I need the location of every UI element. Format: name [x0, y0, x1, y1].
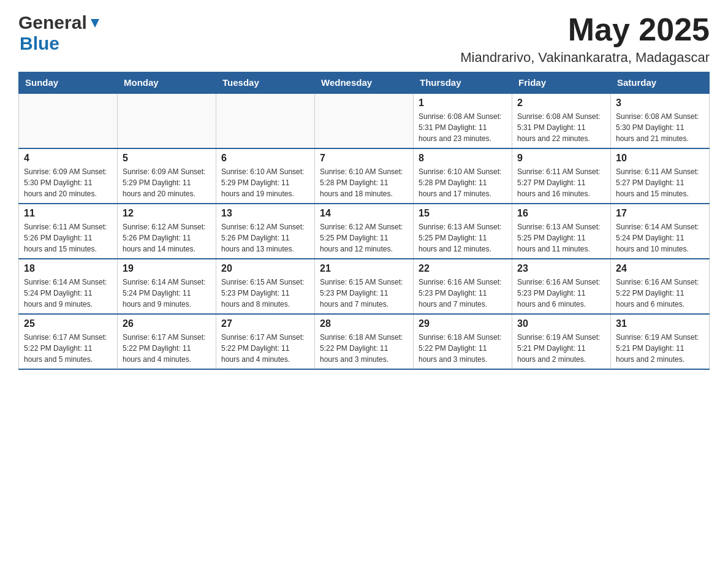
calendar-cell: 28Sunrise: 6:18 AM Sunset: 5:22 PM Dayli… [315, 314, 414, 369]
day-info: Sunrise: 6:10 AM Sunset: 5:28 PM Dayligh… [320, 166, 408, 199]
day-info: Sunrise: 6:13 AM Sunset: 5:25 PM Dayligh… [517, 221, 605, 255]
day-info: Sunrise: 6:16 AM Sunset: 5:22 PM Dayligh… [616, 277, 704, 310]
day-info: Sunrise: 6:14 AM Sunset: 5:24 PM Dayligh… [616, 221, 704, 255]
month-title: May 2025 [460, 12, 710, 47]
calendar-cell: 8Sunrise: 6:10 AM Sunset: 5:28 PM Daylig… [414, 148, 512, 204]
day-info: Sunrise: 6:14 AM Sunset: 5:24 PM Dayligh… [123, 277, 211, 310]
day-info: Sunrise: 6:19 AM Sunset: 5:21 PM Dayligh… [517, 332, 605, 365]
calendar-cell [216, 93, 315, 148]
calendar-cell: 11Sunrise: 6:11 AM Sunset: 5:26 PM Dayli… [19, 204, 118, 259]
day-number: 4 [24, 153, 112, 164]
calendar-cell: 21Sunrise: 6:15 AM Sunset: 5:23 PM Dayli… [315, 259, 414, 314]
day-info: Sunrise: 6:10 AM Sunset: 5:29 PM Dayligh… [221, 166, 309, 199]
calendar-cell: 13Sunrise: 6:12 AM Sunset: 5:26 PM Dayli… [216, 204, 315, 259]
calendar-cell: 27Sunrise: 6:17 AM Sunset: 5:22 PM Dayli… [216, 314, 315, 369]
col-header-tuesday: Tuesday [216, 72, 315, 94]
day-number: 12 [123, 208, 211, 219]
logo-general-text: General [18, 12, 87, 33]
calendar-week-row: 4Sunrise: 6:09 AM Sunset: 5:30 PM Daylig… [19, 148, 710, 204]
day-number: 13 [221, 208, 309, 219]
day-info: Sunrise: 6:12 AM Sunset: 5:25 PM Dayligh… [320, 221, 408, 255]
calendar-cell: 17Sunrise: 6:14 AM Sunset: 5:24 PM Dayli… [611, 204, 710, 259]
day-info: Sunrise: 6:12 AM Sunset: 5:26 PM Dayligh… [221, 221, 309, 255]
day-number: 3 [616, 98, 704, 109]
day-info: Sunrise: 6:16 AM Sunset: 5:23 PM Dayligh… [517, 277, 605, 310]
title-area: May 2025 Miandrarivo, Vakinankaratra, Ma… [460, 12, 710, 66]
day-info: Sunrise: 6:18 AM Sunset: 5:22 PM Dayligh… [419, 332, 507, 365]
calendar-cell: 4Sunrise: 6:09 AM Sunset: 5:30 PM Daylig… [19, 148, 118, 204]
day-number: 15 [419, 208, 507, 219]
calendar-cell: 9Sunrise: 6:11 AM Sunset: 5:27 PM Daylig… [512, 148, 611, 204]
day-number: 20 [221, 263, 309, 274]
calendar-cell: 25Sunrise: 6:17 AM Sunset: 5:22 PM Dayli… [19, 314, 118, 369]
day-info: Sunrise: 6:11 AM Sunset: 5:26 PM Dayligh… [24, 221, 112, 255]
calendar-cell: 24Sunrise: 6:16 AM Sunset: 5:22 PM Dayli… [611, 259, 710, 314]
day-number: 2 [517, 98, 605, 109]
day-info: Sunrise: 6:15 AM Sunset: 5:23 PM Dayligh… [320, 277, 408, 310]
calendar-cell: 20Sunrise: 6:15 AM Sunset: 5:23 PM Dayli… [216, 259, 315, 314]
calendar-cell: 14Sunrise: 6:12 AM Sunset: 5:25 PM Dayli… [315, 204, 414, 259]
calendar-week-row: 25Sunrise: 6:17 AM Sunset: 5:22 PM Dayli… [19, 314, 710, 369]
calendar-cell: 29Sunrise: 6:18 AM Sunset: 5:22 PM Dayli… [414, 314, 512, 369]
calendar-cell: 6Sunrise: 6:10 AM Sunset: 5:29 PM Daylig… [216, 148, 315, 204]
day-info: Sunrise: 6:09 AM Sunset: 5:29 PM Dayligh… [123, 166, 211, 199]
day-number: 7 [320, 153, 408, 164]
calendar-cell: 18Sunrise: 6:14 AM Sunset: 5:24 PM Dayli… [19, 259, 118, 314]
day-number: 1 [419, 98, 507, 109]
day-number: 28 [320, 318, 408, 329]
day-number: 23 [517, 263, 605, 274]
day-info: Sunrise: 6:17 AM Sunset: 5:22 PM Dayligh… [221, 332, 309, 365]
logo-triangle-icon [88, 17, 102, 30]
day-info: Sunrise: 6:08 AM Sunset: 5:31 PM Dayligh… [517, 111, 605, 144]
day-number: 24 [616, 263, 704, 274]
day-info: Sunrise: 6:11 AM Sunset: 5:27 PM Dayligh… [517, 166, 605, 199]
calendar-cell: 19Sunrise: 6:14 AM Sunset: 5:24 PM Dayli… [118, 259, 216, 314]
day-number: 8 [419, 153, 507, 164]
svg-marker-0 [91, 19, 99, 28]
calendar-cell: 15Sunrise: 6:13 AM Sunset: 5:25 PM Dayli… [414, 204, 512, 259]
day-number: 26 [123, 318, 211, 329]
day-number: 30 [517, 318, 605, 329]
day-number: 21 [320, 263, 408, 274]
calendar-cell [118, 93, 216, 148]
col-header-wednesday: Wednesday [315, 72, 414, 94]
col-header-saturday: Saturday [611, 72, 710, 94]
calendar-cell: 22Sunrise: 6:16 AM Sunset: 5:23 PM Dayli… [414, 259, 512, 314]
col-header-thursday: Thursday [414, 72, 512, 94]
calendar-cell: 1Sunrise: 6:08 AM Sunset: 5:31 PM Daylig… [414, 93, 512, 148]
day-number: 29 [419, 318, 507, 329]
day-number: 14 [320, 208, 408, 219]
day-info: Sunrise: 6:09 AM Sunset: 5:30 PM Dayligh… [24, 166, 112, 199]
logo: General Blue [18, 12, 102, 54]
col-header-monday: Monday [118, 72, 216, 94]
calendar-week-row: 11Sunrise: 6:11 AM Sunset: 5:26 PM Dayli… [19, 204, 710, 259]
day-info: Sunrise: 6:14 AM Sunset: 5:24 PM Dayligh… [24, 277, 112, 310]
day-info: Sunrise: 6:13 AM Sunset: 5:25 PM Dayligh… [419, 221, 507, 255]
day-info: Sunrise: 6:15 AM Sunset: 5:23 PM Dayligh… [221, 277, 309, 310]
day-number: 31 [616, 318, 704, 329]
day-info: Sunrise: 6:11 AM Sunset: 5:27 PM Dayligh… [616, 166, 704, 199]
calendar-cell: 2Sunrise: 6:08 AM Sunset: 5:31 PM Daylig… [512, 93, 611, 148]
day-info: Sunrise: 6:08 AM Sunset: 5:31 PM Dayligh… [419, 111, 507, 144]
calendar-cell: 26Sunrise: 6:17 AM Sunset: 5:22 PM Dayli… [118, 314, 216, 369]
calendar-cell: 23Sunrise: 6:16 AM Sunset: 5:23 PM Dayli… [512, 259, 611, 314]
calendar-cell [19, 93, 118, 148]
day-number: 5 [123, 153, 211, 164]
calendar-cell: 10Sunrise: 6:11 AM Sunset: 5:27 PM Dayli… [611, 148, 710, 204]
calendar-cell: 31Sunrise: 6:19 AM Sunset: 5:21 PM Dayli… [611, 314, 710, 369]
day-info: Sunrise: 6:17 AM Sunset: 5:22 PM Dayligh… [24, 332, 112, 365]
day-number: 25 [24, 318, 112, 329]
page-header: General Blue May 2025 Miandrarivo, Vakin… [18, 12, 710, 66]
calendar-cell: 3Sunrise: 6:08 AM Sunset: 5:30 PM Daylig… [611, 93, 710, 148]
calendar-week-row: 18Sunrise: 6:14 AM Sunset: 5:24 PM Dayli… [19, 259, 710, 314]
calendar-cell [315, 93, 414, 148]
day-number: 19 [123, 263, 211, 274]
col-header-sunday: Sunday [19, 72, 118, 94]
day-number: 17 [616, 208, 704, 219]
day-info: Sunrise: 6:12 AM Sunset: 5:26 PM Dayligh… [123, 221, 211, 255]
calendar-cell: 12Sunrise: 6:12 AM Sunset: 5:26 PM Dayli… [118, 204, 216, 259]
day-number: 11 [24, 208, 112, 219]
calendar-cell: 30Sunrise: 6:19 AM Sunset: 5:21 PM Dayli… [512, 314, 611, 369]
day-info: Sunrise: 6:16 AM Sunset: 5:23 PM Dayligh… [419, 277, 507, 310]
day-info: Sunrise: 6:19 AM Sunset: 5:21 PM Dayligh… [616, 332, 704, 365]
